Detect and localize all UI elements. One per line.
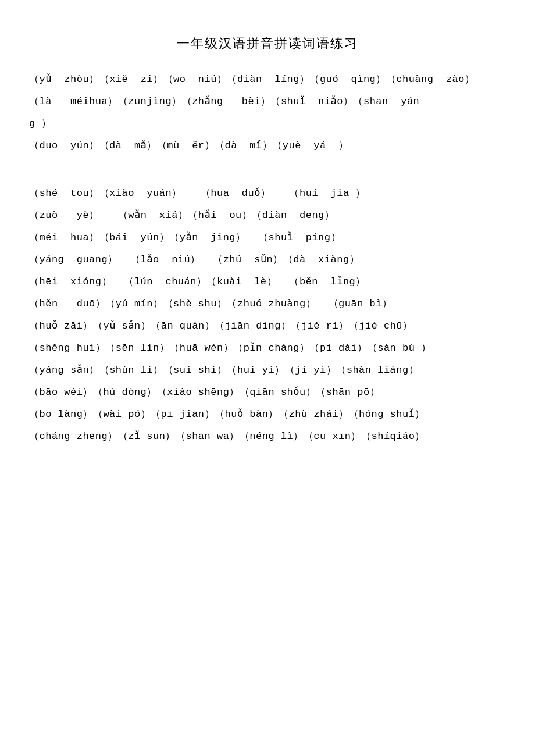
text-line: （bāo wéi）（hù dòng）（xiào shēng）（qiān shǒu…: [29, 383, 506, 402]
text-line: （yáng sǎn）（shùn lì）（suí shí）（huí yì）（jì …: [29, 361, 506, 380]
text-line: （méi huā）（bái yún）（yǎn jing） （shuǐ píng）: [29, 228, 506, 248]
text-line: （bō làng）（wài pó）（pī jiān）（huǒ bàn）（zhù …: [29, 405, 506, 425]
text-line: （hěn duō）（yú mín）（shè shu）（zhuó zhuàng） …: [29, 294, 506, 314]
text-line: （shěng huì）（sēn lín）（huā wén）（pǐn cháng）…: [29, 338, 506, 358]
text-line: （là méihuā）（zūnjìng）（zhǎng bèi）（shuǐ niǎ…: [29, 92, 506, 112]
text-line: （hēi xióng） （lún chuán）（kuài lè） （běn lǐ…: [29, 272, 506, 292]
text-line: （cháng zhēng）（zǐ sūn）（shān wā）（néng lì）（…: [29, 427, 506, 447]
text-line: g ）: [29, 114, 506, 134]
text-line: （duō yún）（dà mǎ）（mù ěr）（dà mǐ）（yuè yá ）: [29, 136, 506, 156]
page-title: 一年级汉语拼音拼读词语练习: [29, 35, 506, 52]
text-line: （yǔ zhòu）（xiě zi）（wō niú）（diàn líng）（guó…: [29, 70, 506, 90]
text-line: （shé tou）（xiào yuán） （huā duǒ） （huí jiā …: [29, 184, 506, 204]
spacer-line: [29, 158, 506, 171]
content-area: （yǔ zhòu）（xiě zi）（wō niú）（diàn líng）（guó…: [29, 70, 506, 447]
text-line: （huǒ zāi）（yǔ sǎn）（ān quán）（jiān dìng）（ji…: [29, 316, 506, 336]
text-line: （yáng guāng） （lǎo niú） （zhú sǔn）（dà xiàn…: [29, 250, 506, 270]
text-line: （zuò yè） （wǎn xiá）（hǎi ōu）（diàn dēng）: [29, 206, 506, 226]
spacer-line: [29, 171, 506, 184]
